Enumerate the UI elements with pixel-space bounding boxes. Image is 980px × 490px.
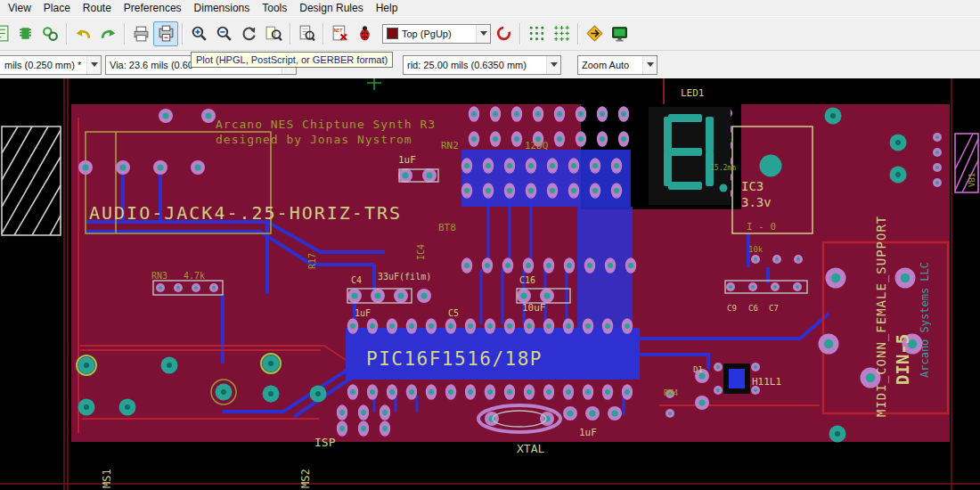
3d-viewer-icon[interactable]	[607, 21, 632, 46]
toolbar-separator	[124, 23, 125, 45]
toolbar-separator	[577, 23, 578, 45]
track-width-arrow[interactable]	[86, 56, 101, 74]
menu-view[interactable]: View	[2, 1, 37, 15]
svg-text:LED1: LED1	[681, 87, 705, 99]
menu-bar: View Place Route Preferences Dimensions …	[0, 0, 980, 16]
plot-tooltip: Plot (HPGL, PostScript, or GERBER format…	[191, 52, 393, 68]
svg-text:BT8: BT8	[438, 222, 456, 233]
refresh-icon[interactable]	[236, 21, 261, 46]
svg-text:AUDIO-JACK4-.25-HORIZ-TRS: AUDIO-JACK4-.25-HORIZ-TRS	[89, 202, 402, 224]
svg-text:C16: C16	[519, 275, 535, 285]
footprint-editor-icon[interactable]	[12, 21, 37, 46]
pcb-editor-canvas[interactable]: Arcano NES Chiptune Synth R3 designed by…	[0, 78, 980, 490]
highlight-net-icon[interactable]	[491, 21, 516, 46]
svg-text:ISP: ISP	[314, 436, 336, 449]
svg-text:C9: C9	[727, 304, 737, 313]
menu-help[interactable]: Help	[370, 1, 404, 15]
svg-text:MIDI_CONN_FEMALE_SUPPORT: MIDI_CONN_FEMALE_SUPPORT	[874, 216, 889, 417]
undo-icon[interactable]	[70, 21, 95, 46]
layer-color-swatch	[387, 28, 398, 39]
svg-text:I - 0: I - 0	[747, 221, 776, 233]
svg-text:VB1: VB1	[968, 173, 976, 187]
toolbar-separator	[323, 23, 323, 45]
grid-arrow[interactable]	[546, 56, 560, 74]
svg-text:IC4: IC4	[416, 244, 426, 260]
svg-text:RN3: RN3	[151, 271, 167, 281]
grid-dots-icon[interactable]	[524, 21, 549, 46]
svg-text:1uF: 1uF	[398, 154, 416, 166]
svg-text:PIC16F1516/18P: PIC16F1516/18P	[366, 348, 543, 370]
svg-text:1uF: 1uF	[579, 427, 597, 438]
toolbar-separator	[66, 23, 67, 45]
find-icon[interactable]	[294, 21, 319, 46]
svg-text:MS2: MS2	[299, 469, 312, 488]
menu-design-rules[interactable]: Design Rules	[293, 1, 369, 15]
toolbar-separator	[519, 23, 520, 45]
grid-crosses-icon[interactable]	[549, 21, 574, 46]
svg-text:DIN-5: DIN-5	[893, 334, 912, 385]
zoom-fit-icon[interactable]	[261, 21, 286, 46]
new-board-icon[interactable]	[0, 21, 12, 46]
menu-preferences[interactable]: Preferences	[118, 1, 188, 15]
main-toolbar: NET Top (PgUp)	[0, 16, 980, 51]
svg-text:Arcano Systems LLC: Arcano Systems LLC	[919, 262, 931, 378]
svg-text:C7: C7	[769, 304, 779, 313]
svg-text:C6: C6	[748, 304, 758, 313]
svg-text:XTAL: XTAL	[517, 442, 544, 455]
svg-text:C4: C4	[351, 275, 362, 285]
svg-text:1uF: 1uF	[355, 308, 371, 318]
zoom-in-icon[interactable]	[186, 21, 211, 46]
optocoupler-body	[723, 363, 750, 394]
toolbar-separator	[290, 23, 290, 45]
menu-route[interactable]: Route	[77, 1, 118, 15]
plot-icon[interactable]	[153, 21, 178, 46]
ratsnest-mode-icon[interactable]	[582, 21, 607, 46]
drc-bug-icon[interactable]	[352, 21, 377, 46]
netlist-icon[interactable]: NET	[327, 21, 352, 46]
svg-text:H11L1: H11L1	[752, 376, 781, 388]
grid-value: rid: 25.00 mils (0.6350 mm)	[407, 60, 527, 70]
svg-text:12DQ: 12DQ	[525, 140, 549, 151]
menu-dimensions[interactable]: Dimensions	[188, 1, 257, 15]
menu-tools[interactable]: Tools	[256, 1, 293, 15]
svg-text:33uF(film): 33uF(film)	[378, 272, 431, 282]
svg-text:MS1: MS1	[101, 469, 113, 488]
svg-text:10k: 10k	[748, 245, 764, 254]
layer-select-arrow[interactable]	[476, 25, 490, 43]
controls-bar: mils (0.250 mm) * Via: 23.6 mils (0.60 r…	[0, 51, 980, 78]
svg-text:IC3: IC3	[741, 179, 764, 193]
svg-text:C5: C5	[448, 308, 459, 318]
track-width-value: mils (0.250 mm) *	[4, 60, 81, 70]
zoom-value: Zoom Auto	[582, 60, 629, 70]
svg-text:Arcano NES Chiptune Synth R3: Arcano NES Chiptune Synth R3	[216, 118, 436, 131]
audio-jack-body-outline	[2, 127, 61, 235]
svg-text:3.3v: 3.3v	[741, 195, 772, 209]
via-size-value: Via: 23.6 mils (0.60	[110, 60, 193, 70]
library-browser-icon[interactable]	[37, 21, 62, 46]
seven-segment-display	[649, 107, 731, 205]
redo-icon[interactable]	[95, 21, 120, 46]
menu-place[interactable]: Place	[37, 1, 77, 15]
svg-text:R17: R17	[307, 253, 317, 269]
zoom-select[interactable]: Zoom Auto	[577, 55, 657, 75]
svg-text:15.2mm: 15.2mm	[710, 164, 736, 172]
zoom-out-icon[interactable]	[211, 21, 236, 46]
track-width-select[interactable]: mils (0.250 mm) *	[0, 55, 102, 75]
zoom-arrow[interactable]	[642, 56, 657, 74]
svg-text:designed by Jonas Nystrom: designed by Jonas Nystrom	[216, 133, 412, 146]
toolbar-separator	[182, 23, 183, 45]
svg-text:D1: D1	[693, 365, 703, 374]
print-icon[interactable]	[128, 21, 153, 46]
svg-text:10uF: 10uF	[522, 302, 546, 314]
layer-select-value: Top (PgUp)	[402, 29, 452, 39]
svg-text:RN2: RN2	[441, 140, 459, 151]
grid-select[interactable]: rid: 25.00 mils (0.6350 mm)	[403, 55, 561, 75]
layer-select[interactable]: Top (PgUp)	[382, 24, 491, 44]
svg-text:4.7k: 4.7k	[184, 271, 205, 281]
anchor-cross	[367, 78, 381, 90]
pcb-drawing: Arcano NES Chiptune Synth R3 designed by…	[0, 78, 980, 490]
netlist-icon-label: NET	[333, 28, 343, 33]
svg-text:RN4: RN4	[664, 388, 678, 397]
